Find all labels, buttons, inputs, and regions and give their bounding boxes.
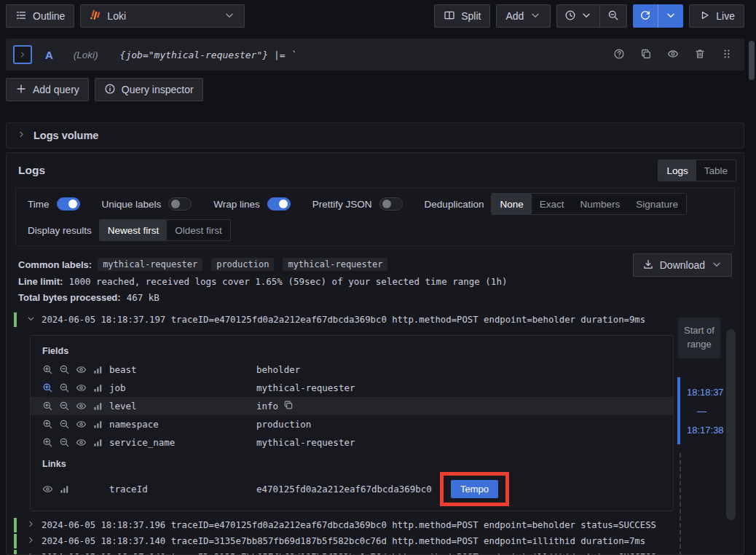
chevron-down-icon: [665, 9, 677, 23]
log-row[interactable]: 2024-06-05 18:18:37.197 traceID=e470125f…: [14, 312, 744, 328]
line-limit-value: 1000 reached, received logs cover 1.65% …: [68, 276, 507, 287]
display-option-newest[interactable]: Newest first: [100, 220, 168, 240]
eye-icon[interactable]: [76, 401, 87, 412]
unique-labels-toggle-control: Unique labels: [102, 197, 192, 210]
split-label: Split: [461, 10, 481, 22]
unique-labels-toggle-label: Unique labels: [102, 199, 162, 210]
live-button[interactable]: Live: [689, 4, 744, 28]
view-option-logs[interactable]: Logs: [658, 160, 696, 181]
zoom-out-time-button[interactable]: [599, 5, 626, 27]
stats-icon[interactable]: [92, 364, 103, 375]
explore-page: Outline Loki: [0, 0, 756, 555]
outline-button[interactable]: Outline: [6, 4, 74, 28]
time-picker-button[interactable]: [557, 5, 599, 27]
chevron-right-icon: [26, 535, 36, 547]
datasource-picker[interactable]: Loki: [80, 4, 245, 28]
field-key: namespace: [109, 419, 256, 430]
query-expression[interactable]: {job="mythical-requester"} |= `: [120, 50, 297, 60]
unique-labels-toggle-switch[interactable]: [168, 197, 192, 210]
split-button[interactable]: Split: [434, 4, 490, 28]
chevron-right-icon: [18, 50, 27, 59]
stats-icon[interactable]: [92, 437, 103, 448]
log-line-text: 2024-06-05 18:18:37.140 traceID=3135e7bb…: [42, 536, 645, 546]
log-level-indicator: [14, 550, 17, 555]
switch-knob: [382, 200, 391, 208]
field-key: beast: [109, 364, 256, 375]
deduplication-label: Deduplication: [425, 199, 484, 210]
query-remove-icon[interactable]: [694, 48, 706, 62]
tempo-link-button[interactable]: Tempo: [451, 480, 498, 498]
query-inspector-button[interactable]: Query inspector: [95, 78, 203, 101]
logs-scrollbar-thumb[interactable]: [726, 329, 736, 520]
display-option-oldest[interactable]: Oldest first: [167, 220, 230, 240]
eye-icon[interactable]: [42, 484, 53, 495]
stats-icon[interactable]: [92, 401, 103, 412]
total-bytes-value: 467 kB: [127, 292, 160, 303]
dedup-option-exact[interactable]: Exact: [532, 194, 572, 214]
dedup-option-none[interactable]: None: [492, 194, 531, 214]
query-row-actions: [613, 48, 733, 62]
log-row[interactable]: 2024-06-05 18:18:37.140 traceID=3135e7bb…: [14, 533, 744, 549]
stats-icon[interactable]: [59, 484, 70, 495]
refresh-button-group: [633, 4, 683, 28]
copy-value-icon[interactable]: [283, 400, 294, 412]
filter-out-icon[interactable]: [59, 437, 70, 448]
log-line-text: 2024-06-05 18:18:37.196 traceID=e470125f…: [42, 520, 656, 530]
logs-options-row-1: Time Unique labels Wrap lines Prettify J…: [28, 193, 722, 215]
refresh-button[interactable]: [633, 4, 658, 28]
download-label: Download: [660, 259, 705, 271]
query-visibility-icon[interactable]: [667, 48, 679, 62]
log-level-indicator: [14, 534, 17, 548]
chevron-down-icon: [711, 259, 722, 272]
query-drag-handle-icon[interactable]: [721, 48, 733, 62]
common-labels-label: Common labels:: [18, 259, 92, 270]
fields-section-title: Fields: [31, 343, 673, 361]
filter-for-icon[interactable]: [42, 437, 53, 448]
filter-out-icon[interactable]: [59, 382, 70, 393]
stats-icon[interactable]: [92, 419, 103, 430]
filter-for-icon[interactable]: [42, 419, 53, 430]
stats-icon[interactable]: [92, 382, 103, 393]
logs-volume-panel[interactable]: Logs volume: [6, 122, 744, 149]
add-query-button[interactable]: Add query: [6, 78, 89, 101]
range-dashed-line: [680, 453, 681, 555]
page-scrollbar-thumb[interactable]: [749, 41, 755, 80]
filter-out-icon[interactable]: [59, 401, 70, 412]
eye-icon[interactable]: [76, 419, 87, 430]
wrap-lines-toggle-switch[interactable]: [267, 197, 291, 210]
chevron-down-icon: [26, 314, 36, 326]
add-query-label: Add query: [33, 84, 79, 95]
time-toggle-switch[interactable]: [57, 197, 80, 210]
eye-icon[interactable]: [76, 364, 87, 375]
common-label-chip: production: [211, 258, 274, 271]
filter-for-icon-active[interactable]: [42, 382, 53, 393]
wrap-lines-toggle-control: Wrap lines: [213, 197, 291, 210]
view-option-table[interactable]: Table: [696, 160, 736, 181]
field-key: level: [109, 401, 256, 412]
dedup-option-numbers[interactable]: Numbers: [572, 194, 628, 214]
query-copy-icon[interactable]: [640, 48, 652, 62]
eye-icon[interactable]: [76, 382, 87, 393]
time-toggle-label: Time: [28, 199, 50, 210]
log-row[interactable]: 2024-06-05 18:18:37.140 traceID=3135e7bb…: [14, 549, 744, 555]
log-list: 2024-06-05 18:18:37.197 traceID=e470125f…: [7, 312, 744, 555]
log-row[interactable]: 2024-06-05 18:18:37.196 traceID=e470125f…: [14, 517, 744, 533]
query-expand-button[interactable]: [13, 45, 32, 64]
toolbar-left: Outline Loki: [6, 4, 245, 28]
field-key: job: [109, 382, 256, 393]
dedup-option-signature[interactable]: Signature: [628, 194, 686, 214]
links-section-title: Links: [31, 452, 673, 472]
query-help-icon[interactable]: [613, 48, 625, 62]
prettify-json-toggle-switch[interactable]: [379, 197, 403, 210]
filter-for-icon[interactable]: [42, 401, 53, 412]
eye-icon[interactable]: [76, 437, 87, 448]
refresh-interval-button[interactable]: [658, 4, 683, 28]
filter-for-icon[interactable]: [42, 364, 53, 375]
start-of-range-button[interactable]: Start of range: [678, 318, 720, 358]
add-button[interactable]: Add: [496, 4, 551, 28]
link-key: traceId: [109, 484, 256, 495]
outline-label: Outline: [33, 10, 65, 22]
filter-out-icon[interactable]: [59, 419, 70, 430]
download-button[interactable]: Download: [633, 253, 732, 277]
filter-out-icon[interactable]: [59, 364, 70, 375]
